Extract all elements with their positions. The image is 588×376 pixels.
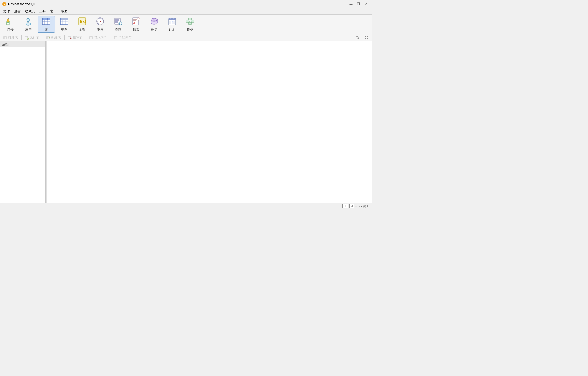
menu-file[interactable]: 文件 <box>1 8 12 14</box>
svg-text:f(x): f(x) <box>80 19 86 24</box>
svg-rect-77 <box>169 22 170 23</box>
schedule-icon <box>167 16 177 26</box>
sep2 <box>43 35 43 40</box>
action-bar-right <box>353 35 371 41</box>
svg-point-15 <box>26 23 30 25</box>
open-table-icon <box>3 36 7 40</box>
toolbar-event[interactable]: 事件 <box>91 16 109 33</box>
svg-rect-47 <box>115 21 118 22</box>
ime-settings[interactable]: ⚙ <box>367 204 370 208</box>
svg-rect-4 <box>7 22 9 23</box>
import-wizard-icon <box>89 36 93 40</box>
close-button[interactable]: ✕ <box>363 1 370 7</box>
report-icon <box>131 16 141 26</box>
toolbar-report[interactable]: 报表 <box>127 16 145 33</box>
sep3 <box>64 35 65 40</box>
ime-m[interactable]: M <box>349 204 354 208</box>
ime-zh[interactable]: 中 <box>355 204 358 208</box>
svg-rect-120 <box>367 36 368 37</box>
grid-view-button[interactable] <box>363 35 371 41</box>
function-label: 函数 <box>79 27 85 32</box>
ime-simplified[interactable]: 简 <box>363 204 366 208</box>
open-table-button[interactable]: 打开表 <box>1 35 20 41</box>
open-table-label: 打开表 <box>8 35 18 40</box>
connection-list[interactable] <box>0 47 45 203</box>
svg-rect-46 <box>115 20 119 21</box>
svg-point-43 <box>100 21 101 22</box>
export-wizard-icon <box>114 36 118 40</box>
svg-rect-57 <box>136 22 136 24</box>
svg-rect-81 <box>169 23 170 24</box>
svg-rect-58 <box>137 21 137 24</box>
delete-table-button[interactable]: 删除表 <box>66 35 85 41</box>
ime-ch[interactable]: CH <box>342 204 348 208</box>
toolbar-schedule[interactable]: 计划 <box>163 16 181 33</box>
right-panel <box>47 41 372 203</box>
query-label: 查询 <box>115 27 121 32</box>
svg-rect-84 <box>186 20 189 22</box>
status-bar: CH M 中 ♪ ◂ 简 ⚙ <box>0 203 372 209</box>
minimize-button[interactable]: — <box>347 1 354 7</box>
toolbar-user[interactable]: 用户 <box>20 16 37 33</box>
menu-window[interactable]: 窗口 <box>48 8 59 14</box>
toolbar-backup[interactable]: 备份 <box>145 16 163 33</box>
svg-rect-76 <box>173 21 175 22</box>
toolbar-connect[interactable]: 连接 <box>2 16 19 33</box>
export-wizard-button[interactable]: 导出向导 <box>112 35 134 41</box>
import-wizard-label: 导入向导 <box>94 35 107 40</box>
maximize-button[interactable]: ❐ <box>355 1 362 7</box>
svg-marker-112 <box>93 37 93 38</box>
backup-icon <box>149 16 159 26</box>
svg-rect-78 <box>170 22 171 23</box>
toolbar-function[interactable]: f(x) 函数 <box>74 16 91 33</box>
toolbar-table[interactable]: 表 <box>38 16 55 33</box>
search-button[interactable] <box>353 35 362 41</box>
ime-arrow[interactable]: ◂ <box>361 204 362 208</box>
svg-rect-48 <box>115 22 118 23</box>
connect-icon <box>5 16 15 26</box>
new-table-button[interactable]: 新建表 <box>44 35 63 41</box>
svg-point-98 <box>27 38 29 40</box>
svg-rect-74 <box>170 21 171 22</box>
svg-rect-24 <box>45 18 47 20</box>
menu-help[interactable]: 帮助 <box>59 8 70 14</box>
import-wizard-button[interactable]: 导入向导 <box>87 35 109 41</box>
model-label: 模型 <box>187 27 193 32</box>
svg-rect-109 <box>90 36 92 39</box>
menu-favorites[interactable]: 收藏夹 <box>23 8 37 14</box>
toolbar-model[interactable]: 模型 <box>181 16 199 33</box>
ime-music[interactable]: ♪ <box>359 205 360 208</box>
delete-table-label: 删除表 <box>73 35 82 40</box>
svg-rect-11 <box>8 18 9 19</box>
toolbar-query[interactable]: 查询 <box>109 16 127 33</box>
event-icon <box>95 16 105 26</box>
design-table-button[interactable]: 设计表 <box>23 35 42 41</box>
main-toolbar: 连接 用户 <box>0 15 372 34</box>
menu-tools[interactable]: 工具 <box>37 8 48 14</box>
left-panel-header: 连接 <box>0 41 45 47</box>
menu-bar: 文件 查看 收藏夹 工具 窗口 帮助 <box>0 8 372 15</box>
toolbar-view[interactable]: 视图 <box>56 16 73 33</box>
title-bar-left: N Navicat for MySQL <box>2 2 36 6</box>
svg-rect-25 <box>48 18 50 20</box>
grid-view-icon <box>365 36 369 40</box>
svg-marker-116 <box>117 37 118 38</box>
report-label: 报表 <box>133 27 139 32</box>
svg-rect-6 <box>7 24 9 24</box>
svg-rect-55 <box>133 23 134 24</box>
new-table-label: 新建表 <box>51 35 61 40</box>
table-label: 表 <box>45 27 48 32</box>
main-content: 连接 <box>0 41 372 203</box>
menu-view[interactable]: 查看 <box>12 8 23 14</box>
svg-point-60 <box>138 19 139 20</box>
user-icon <box>23 16 33 26</box>
svg-rect-69 <box>169 18 176 20</box>
sep1 <box>21 35 22 40</box>
window-controls: — ❐ ✕ <box>347 1 370 7</box>
svg-rect-23 <box>43 18 45 20</box>
delete-table-icon <box>68 36 72 40</box>
svg-rect-83 <box>172 23 175 24</box>
event-label: 事件 <box>97 27 103 32</box>
svg-rect-73 <box>169 21 170 22</box>
svg-rect-54 <box>133 20 136 21</box>
